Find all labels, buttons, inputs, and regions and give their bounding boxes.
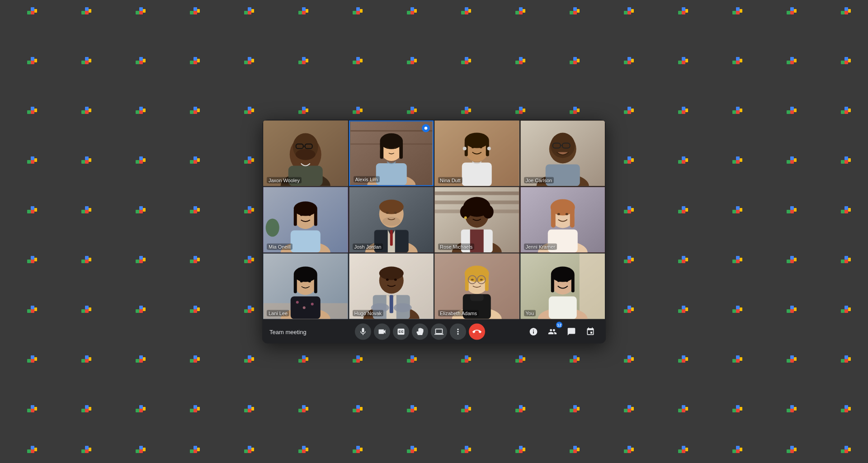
svg-rect-65 [390,230,392,246]
activities-button[interactable] [582,324,599,340]
svg-point-50 [294,202,317,216]
svg-rect-51 [294,209,297,226]
more-icon [453,327,462,336]
present-button[interactable] [431,324,447,340]
svg-point-94 [294,267,317,282]
chat-button[interactable] [563,324,580,340]
svg-rect-25 [376,163,406,185]
svg-point-114 [393,303,411,312]
tile-label-jenni: Jenni Kramer [524,244,557,250]
svg-point-125 [471,279,474,281]
tile-label-nina: Nina Dutt [438,177,462,184]
svg-point-33 [463,147,467,151]
controls-center [355,324,485,340]
more-options-button[interactable] [450,324,466,340]
video-tile-elizabeth-adams[interactable]: Elizabeth Adams [434,254,519,319]
svg-rect-2 [4,4,7,7]
info-button[interactable] [525,324,542,340]
camera-button[interactable] [374,324,390,340]
svg-point-60 [382,217,400,226]
svg-point-137 [565,280,568,282]
svg-rect-138 [548,297,576,319]
svg-point-34 [487,147,491,151]
svg-rect-130 [579,254,604,319]
chat-icon [567,327,576,336]
svg-rect-112 [389,295,393,313]
mic-button[interactable] [355,324,371,340]
svg-point-47 [266,219,279,237]
svg-point-26 [425,127,428,130]
tile-label-alexis: Alexis Lim [354,176,380,183]
raise-hand-icon [415,327,425,336]
tile-label-you: You [524,310,536,317]
svg-point-30 [465,133,489,148]
svg-rect-22 [399,141,403,159]
people-container: 12 [544,324,561,340]
svg-rect-0 [0,4,4,7]
svg-rect-52 [314,209,317,226]
svg-rect-21 [380,141,383,159]
svg-rect-55 [291,231,321,253]
svg-point-77 [480,213,482,215]
info-icon [529,327,538,336]
svg-point-97 [300,281,303,283]
captions-button[interactable] [393,324,409,340]
svg-point-88 [565,213,568,215]
tile-label-joe: Joe Carlson [524,177,554,184]
video-tile-you[interactable]: You [520,254,605,319]
meeting-window: Jaxon Wooley [262,120,606,344]
svg-point-109 [394,279,396,281]
video-tile-jaxon-wooley[interactable]: Jaxon Wooley [263,121,348,186]
svg-rect-128 [470,294,484,301]
video-tile-jenni-kramer[interactable]: Jenni Kramer [520,187,605,253]
speaking-indicator [422,124,430,132]
svg-rect-1 [4,0,7,4]
video-tile-alexis-lim[interactable]: Alexis Lim [349,121,434,186]
end-call-icon [472,327,481,336]
end-call-button[interactable] [469,324,485,340]
svg-rect-120 [465,274,469,291]
video-tile-lani-lee[interactable]: Lani Lee [263,254,348,319]
meeting-title: Team meeting [269,328,315,335]
video-grid: Jaxon Wooley [262,120,606,320]
svg-point-36 [480,146,482,148]
video-tile-nina-dutt[interactable]: Nina Dutt [434,121,519,186]
raise-hand-button[interactable] [412,324,428,340]
svg-point-101 [303,307,306,309]
tile-label-josh: Josh Jordan [353,244,383,250]
svg-point-24 [394,147,396,149]
people-icon [548,327,557,336]
svg-rect-16 [350,130,432,132]
svg-rect-67 [435,192,519,195]
svg-rect-135 [571,274,574,293]
svg-rect-37 [462,163,492,186]
svg-point-59 [379,200,403,214]
video-tile-mia-oneill[interactable]: Mia Oneill [263,187,348,253]
svg-point-62 [394,212,396,214]
svg-rect-96 [314,274,317,293]
svg-point-108 [386,279,388,281]
svg-point-136 [557,280,560,282]
svg-point-13 [296,149,316,160]
svg-rect-134 [551,274,554,293]
camera-icon [377,327,387,336]
svg-rect-121 [485,274,489,291]
svg-point-76 [472,213,474,215]
tile-label-hugo: Hugo Novak [353,310,384,317]
video-tile-hugo-novak[interactable]: Hugo Novak [349,254,434,319]
svg-point-87 [557,213,560,215]
tile-label-mia: Mia Oneill [267,244,292,250]
svg-point-61 [386,212,388,214]
captions-icon [396,327,406,336]
tile-label-lani: Lani Lee [267,310,289,317]
bottom-bar: Team meeting [262,320,606,344]
svg-point-100 [296,301,299,304]
svg-point-53 [300,214,303,216]
video-tile-josh-jordan[interactable]: Josh Jordan [349,187,434,253]
video-tile-joe-carlson[interactable]: Joe Carlson [520,121,605,186]
tile-label-elizabeth: Elizabeth Adams [438,310,479,317]
people-badge: 12 [556,322,562,328]
svg-point-35 [472,146,474,148]
video-tile-rose-michaels[interactable]: Rose Michaels [434,187,519,253]
svg-point-54 [308,214,311,216]
